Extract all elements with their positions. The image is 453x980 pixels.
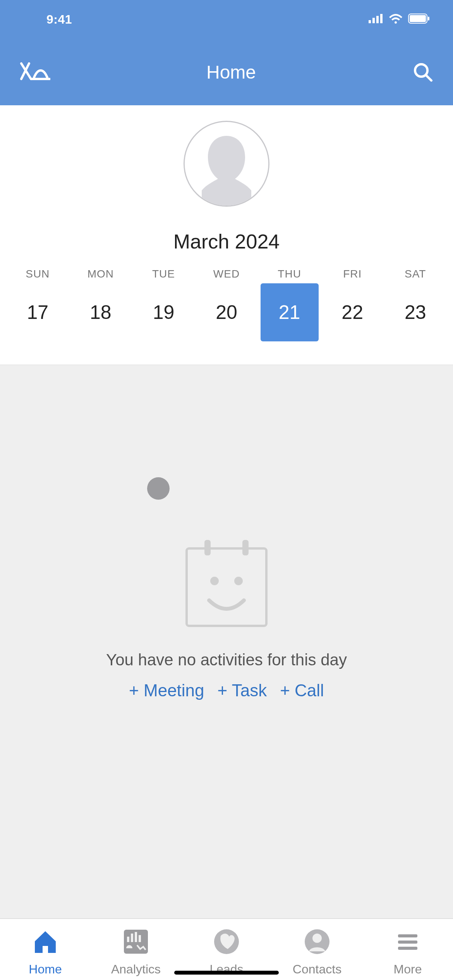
date-22[interactable]: 22 — [323, 283, 381, 341]
add-task-button[interactable]: + Task — [218, 681, 267, 700]
svg-point-21 — [312, 934, 322, 943]
empty-state: You have no activities for this day + Me… — [0, 365, 453, 918]
svg-rect-5 — [410, 15, 426, 22]
calendar-section: March 2024 SUN MON TUE WED THU FRI SAT 1… — [0, 105, 453, 365]
tab-contacts-label: Contacts — [293, 962, 341, 977]
loading-dot-icon — [147, 477, 170, 500]
date-20[interactable]: 20 — [197, 283, 256, 341]
svg-rect-11 — [242, 540, 249, 555]
svg-rect-0 — [369, 20, 371, 23]
svg-rect-1 — [372, 18, 375, 23]
svg-rect-15 — [127, 937, 129, 942]
dow-tue: TUE — [132, 268, 195, 280]
dow-fri: FRI — [321, 268, 384, 280]
svg-rect-2 — [376, 16, 379, 23]
tab-home-label: Home — [29, 962, 62, 977]
quick-add-row: + Meeting + Task + Call — [129, 681, 324, 700]
dow-mon: MON — [69, 268, 132, 280]
svg-rect-10 — [204, 540, 211, 555]
cellular-icon — [369, 14, 383, 25]
wifi-icon — [389, 14, 403, 25]
date-23[interactable]: 23 — [386, 283, 444, 341]
status-bar: 9:41 — [0, 0, 453, 39]
home-indicator[interactable] — [174, 971, 279, 975]
svg-line-8 — [426, 75, 431, 81]
dow-sat: SAT — [384, 268, 447, 280]
add-meeting-button[interactable]: + Meeting — [129, 681, 204, 700]
svg-rect-3 — [380, 14, 383, 23]
date-19[interactable]: 19 — [134, 283, 192, 341]
add-call-button[interactable]: + Call — [280, 681, 324, 700]
tab-contacts[interactable]: Contacts — [272, 927, 362, 980]
tab-home[interactable]: Home — [0, 927, 91, 980]
date-17[interactable]: 17 — [9, 283, 67, 341]
svg-rect-24 — [398, 947, 417, 950]
month-label[interactable]: March 2024 — [0, 230, 453, 253]
zia-logo-icon[interactable] — [19, 60, 50, 84]
avatar[interactable] — [184, 121, 269, 207]
svg-rect-18 — [139, 935, 141, 942]
svg-rect-17 — [135, 932, 137, 942]
dow-thu: THU — [258, 268, 321, 280]
status-time: 9:41 — [46, 12, 72, 27]
date-18[interactable]: 18 — [72, 283, 130, 341]
tab-analytics-label: Analytics — [111, 962, 161, 977]
dow-wed: WED — [195, 268, 258, 280]
dow-sun: SUN — [6, 268, 69, 280]
status-icons — [369, 14, 430, 25]
svg-point-12 — [210, 577, 219, 585]
svg-rect-9 — [187, 548, 266, 626]
page-title: Home — [50, 62, 412, 83]
calendar-smile-icon — [184, 539, 269, 624]
date-21[interactable]: 21 — [261, 283, 319, 341]
svg-rect-6 — [428, 17, 429, 21]
hamburger-icon — [393, 927, 422, 956]
tab-analytics[interactable]: Analytics — [91, 927, 181, 980]
search-icon[interactable] — [412, 61, 434, 83]
empty-message: You have no activities for this day — [106, 651, 347, 669]
nav-bar: Home — [0, 39, 453, 105]
dates-row: 17 18 19 20 21 22 23 — [0, 280, 453, 353]
analytics-icon — [122, 927, 150, 956]
svg-rect-22 — [398, 934, 417, 937]
home-icon — [31, 927, 60, 956]
svg-rect-23 — [398, 941, 417, 944]
tab-more-label: More — [394, 962, 422, 977]
leads-icon — [212, 927, 241, 956]
tab-more[interactable]: More — [362, 927, 453, 980]
svg-rect-16 — [131, 934, 133, 942]
weekday-header: SUN MON TUE WED THU FRI SAT — [0, 268, 453, 280]
battery-icon — [408, 14, 430, 25]
contacts-icon — [303, 927, 331, 956]
svg-point-13 — [234, 577, 243, 585]
